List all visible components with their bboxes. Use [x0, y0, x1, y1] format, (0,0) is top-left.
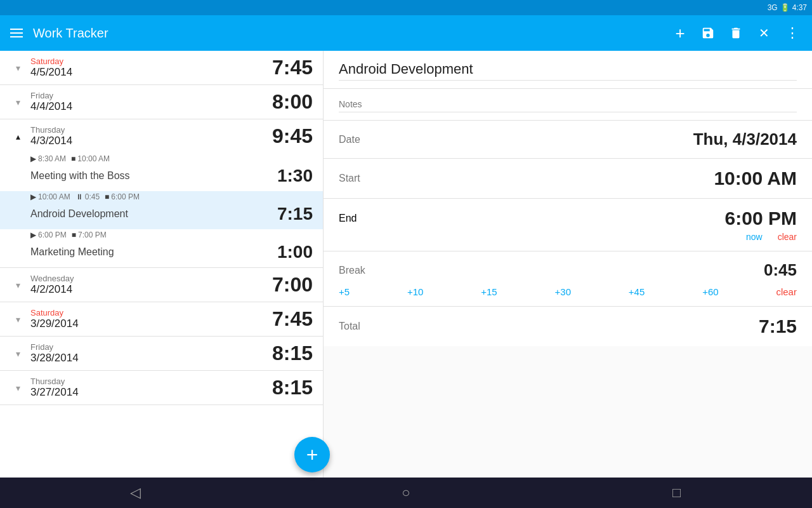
end-label: End — [339, 213, 357, 224]
left-panel: ▾ Saturday 4/5/2014 7:45 ▾ Friday 4/4/20… — [0, 51, 324, 478]
meta-end-3: ■ 7:00 PM — [72, 231, 107, 239]
start-value: 10:00 AM — [390, 168, 797, 189]
day-date-6: 3/28/2014 — [30, 352, 272, 364]
app-bar: Work Tracker + ✕ ⋮ — [0, 15, 812, 51]
back-nav-button[interactable]: ◁ — [116, 478, 154, 508]
right-panel: Date Thu, 4/3/2014 Start 10:00 AM End 6:… — [324, 51, 812, 478]
pause-icon-2: ⏸ — [75, 192, 83, 201]
day-name-1: Saturday — [30, 57, 272, 66]
end-value: 6:00 PM — [357, 208, 797, 229]
play-icon-2: ▶ — [30, 192, 36, 201]
fab-button[interactable]: + — [294, 437, 330, 472]
meta-start-3: ▶ 6:00 PM — [30, 231, 67, 239]
date-label: Date — [339, 134, 390, 145]
nav-bar: ◁ ○ □ — [0, 478, 812, 508]
notes-section — [324, 89, 812, 121]
day-info-1: Saturday 4/5/2014 — [30, 57, 272, 79]
chevron-down-icon-2: ▾ — [10, 95, 25, 110]
entry-row-3[interactable]: Marketing Meeting 1:00 — [0, 239, 323, 267]
day-total-2: 8:00 — [272, 90, 313, 114]
day-info-7: Thursday 3/27/2014 — [30, 377, 272, 399]
day-total-4: 7:00 — [272, 273, 313, 297]
meta-end-2: ■ 6:00 PM — [105, 192, 140, 201]
entry-meta-1: ▶ 8:30 AM ■ 10:00 AM — [0, 153, 323, 163]
menu-button[interactable] — [10, 29, 23, 37]
day-total-3: 9:45 — [272, 124, 313, 148]
entry-row-2[interactable]: Android Development 7:15 — [0, 201, 323, 229]
break-clear-button[interactable]: clear — [776, 286, 797, 297]
add-button[interactable]: + — [670, 23, 690, 43]
day-header-7[interactable]: ▾ Thursday 3/27/2014 8:15 — [0, 371, 323, 404]
total-value: 7:15 — [759, 316, 797, 337]
start-time-1: 8:30 AM — [38, 154, 66, 163]
chevron-up-icon-3: ▴ — [10, 129, 25, 144]
task-name-input[interactable] — [339, 58, 797, 81]
more-button[interactable]: ⋮ — [782, 23, 802, 43]
stop-icon-1: ■ — [71, 154, 75, 163]
delete-button[interactable] — [726, 23, 746, 43]
day-header-2[interactable]: ▾ Friday 4/4/2014 8:00 — [0, 85, 323, 119]
entry-duration-1: 1:30 — [277, 166, 313, 186]
day-total-1: 7:45 — [272, 56, 313, 79]
break-plus5-button[interactable]: +5 — [339, 286, 350, 297]
main-content: ▾ Saturday 4/5/2014 7:45 ▾ Friday 4/4/20… — [0, 51, 812, 478]
entry-row-1[interactable]: Meeting with the Boss 1:30 — [0, 163, 323, 191]
break-plus15-button[interactable]: +15 — [481, 286, 497, 297]
entry-meta-2: ▶ 10:00 AM ⏸ 0:45 ■ 6:00 PM — [0, 191, 323, 201]
day-name-7: Thursday — [30, 377, 272, 386]
recent-nav-button[interactable]: □ — [658, 478, 696, 508]
day-group-2: ▾ Friday 4/4/2014 8:00 — [0, 85, 323, 119]
total-label: Total — [339, 321, 759, 332]
end-time-2: 6:00 PM — [111, 192, 140, 201]
day-name-4: Wednesday — [30, 274, 272, 283]
battery-icon: 🔋 — [780, 3, 790, 12]
day-header-1[interactable]: ▾ Saturday 4/5/2014 7:45 — [0, 51, 323, 84]
notes-input[interactable] — [339, 97, 797, 112]
home-nav-button[interactable]: ○ — [387, 478, 425, 508]
close-button[interactable]: ✕ — [754, 23, 774, 43]
day-date-3: 4/3/2014 — [30, 135, 272, 147]
app-title: Work Tracker — [33, 26, 670, 41]
entry-duration-3: 1:00 — [277, 242, 313, 262]
entry-meta-3: ▶ 6:00 PM ■ 7:00 PM — [0, 229, 323, 239]
save-button[interactable] — [698, 23, 718, 43]
end-clear-button[interactable]: clear — [778, 232, 797, 242]
break-buttons: +5 +10 +15 +30 +45 +60 clear — [339, 286, 797, 297]
chevron-down-icon-7: ▾ — [10, 380, 25, 396]
day-total-7: 8:15 — [272, 376, 313, 399]
day-date-7: 3/27/2014 — [30, 386, 272, 399]
time-display: 4:37 — [792, 3, 807, 12]
date-value: Thu, 4/3/2014 — [390, 130, 797, 149]
end-time-1: 10:00 AM — [77, 154, 110, 163]
chevron-down-icon-6: ▾ — [10, 346, 25, 361]
stop-icon-2: ■ — [105, 192, 109, 201]
day-name-5: Saturday — [30, 308, 272, 318]
play-icon-1: ▶ — [30, 154, 36, 163]
day-group-7: ▾ Thursday 3/27/2014 8:15 — [0, 371, 323, 405]
end-now-button[interactable]: now — [746, 232, 763, 242]
app-bar-actions: + ✕ ⋮ — [670, 23, 802, 43]
break-plus60-button[interactable]: +60 — [702, 286, 718, 297]
day-header-4[interactable]: ▾ Wednesday 4/2/2014 7:00 — [0, 268, 323, 302]
day-date-4: 4/2/2014 — [30, 283, 272, 296]
start-row[interactable]: Start 10:00 AM — [324, 159, 812, 199]
break-plus45-button[interactable]: +45 — [629, 286, 645, 297]
meta-break-2: ⏸ 0:45 — [75, 192, 100, 201]
day-info-2: Friday 4/4/2014 — [30, 91, 272, 113]
date-row[interactable]: Date Thu, 4/3/2014 — [324, 121, 812, 159]
break-plus30-button[interactable]: +30 — [555, 286, 571, 297]
chevron-down-icon-1: ▾ — [10, 60, 25, 76]
day-info-5: Saturday 3/29/2014 — [30, 308, 272, 330]
break-value: 0:45 — [390, 260, 797, 280]
day-header-6[interactable]: ▾ Friday 3/28/2014 8:15 — [0, 337, 323, 370]
break-plus10-button[interactable]: +10 — [407, 286, 423, 297]
day-date-2: 4/4/2014 — [30, 100, 272, 113]
end-time-3: 7:00 PM — [78, 231, 107, 239]
day-header-3[interactable]: ▴ Thursday 4/3/2014 9:45 — [0, 119, 323, 153]
day-name-6: Friday — [30, 342, 272, 352]
total-section: Total 7:15 — [324, 307, 812, 346]
day-header-5[interactable]: ▾ Saturday 3/29/2014 7:45 — [0, 302, 323, 336]
day-date-1: 4/5/2014 — [30, 66, 272, 79]
chevron-down-icon-5: ▾ — [10, 312, 25, 327]
end-actions: now clear — [339, 232, 797, 242]
